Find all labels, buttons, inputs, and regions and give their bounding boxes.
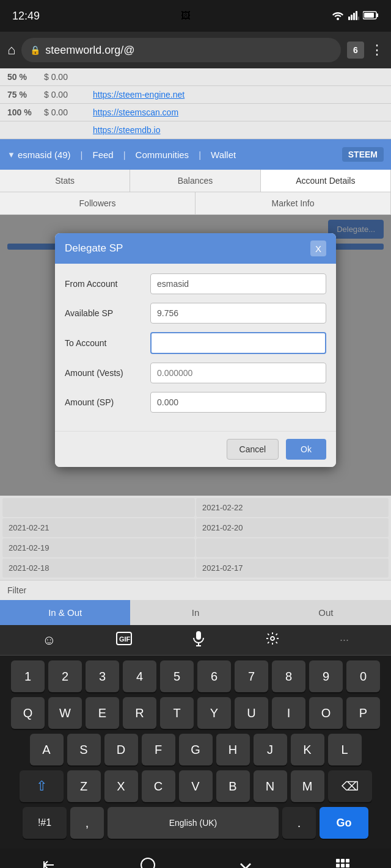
dialog-footer: Cancel Ok xyxy=(55,431,336,467)
to-account-input[interactable] xyxy=(150,332,326,354)
nav-username[interactable]: ▼ esmasid (49) xyxy=(7,150,71,160)
tab-count[interactable]: 6 xyxy=(347,42,364,59)
tab-in[interactable]: In xyxy=(130,600,260,625)
key-b[interactable]: B xyxy=(216,770,250,802)
nav-feed-link[interactable]: Feed xyxy=(92,150,113,160)
down-nav-icon[interactable] xyxy=(239,859,252,868)
to-account-row: To Account xyxy=(65,332,326,354)
bottom-nav xyxy=(0,848,391,868)
key-g[interactable]: G xyxy=(179,734,213,765)
ok-button[interactable]: Ok xyxy=(286,439,326,460)
address-bar: ⌂ 🔒 steemworld.org/@ 6 ⋮ xyxy=(0,32,391,68)
table-row: 75 % $ 0.00 https://steem-engine.net xyxy=(0,86,391,104)
svg-rect-11 xyxy=(196,631,201,640)
wifi-icon xyxy=(331,10,345,22)
svg-rect-23 xyxy=(336,864,340,867)
key-c[interactable]: C xyxy=(142,770,175,802)
date-cell xyxy=(196,538,389,557)
key-x[interactable]: X xyxy=(104,770,138,802)
key-6[interactable]: 6 xyxy=(197,660,231,692)
dialog-close-button[interactable]: X xyxy=(310,241,326,256)
url-box[interactable]: 🔒 steemworld.org/@ xyxy=(21,38,341,62)
tab-stats[interactable]: Stats xyxy=(0,170,130,192)
settings-icon[interactable] xyxy=(265,631,280,649)
more-icon[interactable]: ··· xyxy=(340,634,349,646)
from-account-input[interactable] xyxy=(150,273,326,294)
emoji-icon[interactable]: ☺ xyxy=(42,632,56,648)
key-2[interactable]: 2 xyxy=(48,660,82,692)
key-0[interactable]: 0 xyxy=(346,660,380,692)
svg-rect-7 xyxy=(376,13,378,17)
tab-account-details[interactable]: Account Details xyxy=(261,170,391,192)
app-drawer-icon[interactable] xyxy=(336,859,349,868)
available-sp-input[interactable] xyxy=(150,303,326,324)
key-e[interactable]: E xyxy=(86,697,119,729)
key-n[interactable]: N xyxy=(254,770,287,802)
dot-key[interactable]: . xyxy=(282,807,316,839)
key-9[interactable]: 9 xyxy=(309,660,343,692)
key-7[interactable]: 7 xyxy=(235,660,268,692)
cancel-button[interactable]: Cancel xyxy=(227,439,279,460)
backspace-key[interactable]: ⌫ xyxy=(328,770,372,802)
key-u[interactable]: U xyxy=(235,697,268,729)
filter-label: Filter xyxy=(7,585,26,595)
key-z[interactable]: Z xyxy=(67,770,101,802)
tab-in-out[interactable]: In & Out xyxy=(0,600,130,625)
browser-menu-icon[interactable]: ⋮ xyxy=(370,42,384,58)
available-sp-label: Available SP xyxy=(65,308,150,318)
status-image-icon: 🖼 xyxy=(181,10,191,21)
mic-icon[interactable] xyxy=(192,631,205,650)
filter-bar: Filter xyxy=(0,580,391,600)
key-y[interactable]: Y xyxy=(197,697,231,729)
key-f[interactable]: F xyxy=(142,734,175,765)
key-k[interactable]: K xyxy=(291,734,324,765)
key-m[interactable]: M xyxy=(291,770,324,802)
date-cell: 2021-02-21 xyxy=(2,518,195,537)
go-key[interactable]: Go xyxy=(320,807,368,839)
back-nav-icon[interactable] xyxy=(42,859,56,868)
gif-icon[interactable]: GIF xyxy=(116,632,132,649)
comma-key[interactable]: , xyxy=(70,807,104,839)
asdf-row: A S D F G H J K L xyxy=(2,734,389,765)
key-j[interactable]: J xyxy=(254,734,287,765)
key-3[interactable]: 3 xyxy=(86,660,119,692)
key-8[interactable]: 8 xyxy=(272,660,305,692)
tab-market-info[interactable]: Market Info xyxy=(196,192,391,214)
key-1[interactable]: 1 xyxy=(11,660,45,692)
date-cell: 2021-02-22 xyxy=(196,498,389,517)
amount-sp-input[interactable] xyxy=(150,392,326,413)
amount-vests-input[interactable] xyxy=(150,363,326,383)
from-account-row: From Account xyxy=(65,273,326,294)
shift-key[interactable]: ⇧ xyxy=(20,770,64,802)
home-nav-icon[interactable] xyxy=(140,857,156,868)
tab-balances[interactable]: Balances xyxy=(130,170,260,192)
key-t[interactable]: T xyxy=(160,697,194,729)
key-s[interactable]: S xyxy=(67,734,101,765)
key-h[interactable]: H xyxy=(216,734,250,765)
key-q[interactable]: Q xyxy=(11,697,45,729)
key-4[interactable]: 4 xyxy=(123,660,156,692)
key-v[interactable]: V xyxy=(179,770,213,802)
key-p[interactable]: P xyxy=(346,697,380,729)
key-w[interactable]: W xyxy=(48,697,82,729)
background-table: 50 % $ 0.00 75 % $ 0.00 https://steem-en… xyxy=(0,68,391,139)
sym-key[interactable]: !#1 xyxy=(23,807,67,839)
key-r[interactable]: R xyxy=(123,697,156,729)
space-key[interactable]: English (UK) xyxy=(108,807,279,839)
key-l[interactable]: L xyxy=(328,734,362,765)
nav-wallet-link[interactable]: Wallet xyxy=(211,150,236,160)
key-a[interactable]: A xyxy=(30,734,64,765)
svg-rect-21 xyxy=(341,859,345,863)
nav-communities-link[interactable]: Communities xyxy=(136,150,189,160)
tab-out[interactable]: Out xyxy=(261,600,391,625)
svg-rect-1 xyxy=(348,16,350,20)
key-d[interactable]: D xyxy=(104,734,138,765)
home-icon[interactable]: ⌂ xyxy=(7,42,15,58)
nav-steem-button[interactable]: STEEM xyxy=(342,147,384,162)
url-display: steemworld.org/@ xyxy=(45,44,134,57)
key-i[interactable]: I xyxy=(272,697,305,729)
tabs-bar-2: Followers Market Info xyxy=(0,192,391,215)
tab-followers[interactable]: Followers xyxy=(0,192,196,214)
key-o[interactable]: O xyxy=(309,697,343,729)
key-5[interactable]: 5 xyxy=(160,660,194,692)
